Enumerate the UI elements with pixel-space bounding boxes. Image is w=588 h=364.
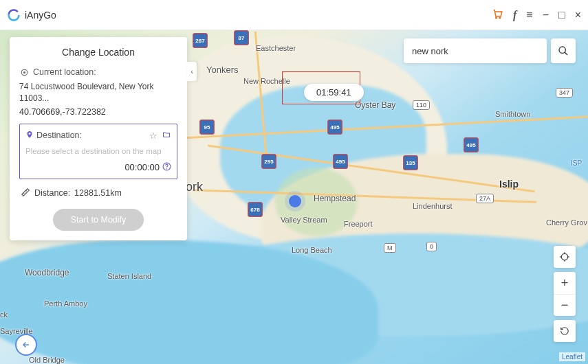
zoom-out-button[interactable]: − — [554, 294, 576, 316]
distance-value: 12881.51km — [74, 188, 122, 198]
reset-button[interactable] — [554, 320, 576, 342]
facebook-icon[interactable]: f — [513, 9, 516, 21]
app-title: iAnyGo — [25, 10, 56, 21]
svg-point-9 — [561, 253, 567, 260]
locate-icon — [559, 251, 570, 262]
side-panel: ‹ Change Location Current location: 74 L… — [10, 37, 187, 240]
svg-point-2 — [496, 17, 497, 19]
folder-icon[interactable] — [162, 130, 171, 141]
route-shield: 495 — [464, 137, 479, 152]
destination-label: Destination: — [36, 130, 82, 140]
destination-placeholder: Please select a destination on the map — [25, 147, 171, 155]
map-label: Smithtown — [495, 110, 530, 118]
svg-point-8 — [559, 47, 565, 53]
current-location-label: Current location: — [33, 67, 96, 77]
map-label: ISP — [571, 159, 582, 167]
favorite-icon[interactable]: ☆ — [149, 130, 157, 141]
panel-title: Change Location — [19, 47, 177, 58]
destination-time: 00:00:00 — [124, 162, 160, 172]
titlebar: iAnyGo f ≡ − □ × — [0, 0, 588, 30]
destination-box: Destination: ☆ Please select a destinati… — [19, 124, 177, 179]
locate-button[interactable] — [554, 246, 576, 268]
menu-icon[interactable]: ≡ — [526, 9, 532, 21]
help-icon[interactable] — [162, 162, 171, 173]
current-coordinates: 40.706669,-73.722382 — [19, 107, 177, 117]
svg-point-3 — [499, 17, 501, 19]
countdown-timer: 01:59:41 — [304, 84, 364, 101]
map-canvas[interactable]: Eastchester Yonkers New Rochelle Oyster … — [0, 30, 588, 364]
cart-icon[interactable] — [491, 8, 503, 23]
search-button[interactable] — [551, 38, 576, 63]
exit-badge: 347 — [556, 88, 573, 98]
pin-icon — [25, 130, 34, 141]
distance-label: Distance: — [34, 188, 70, 198]
current-address: 74 Locustwood Boulevard, New York 11003.… — [19, 81, 177, 104]
zoom-in-button[interactable]: + — [554, 272, 576, 294]
collapse-panel-button[interactable]: ‹ — [187, 62, 197, 81]
map-attribution[interactable]: Leaflet — [559, 352, 585, 361]
start-modify-button[interactable]: Start to Modify — [53, 209, 144, 231]
back-button[interactable] — [15, 334, 37, 356]
svg-point-7 — [166, 168, 167, 169]
minimize-icon[interactable]: − — [543, 9, 549, 21]
app-logo — [7, 8, 21, 22]
svg-point-5 — [23, 71, 25, 73]
route-shield: 287 — [193, 33, 208, 48]
search-input[interactable] — [404, 38, 547, 63]
current-location-dot — [289, 195, 301, 207]
close-icon[interactable]: × — [575, 9, 581, 21]
ruler-icon — [21, 187, 30, 199]
undo-icon — [560, 326, 569, 336]
target-icon — [19, 67, 29, 77]
maximize-icon[interactable]: □ — [558, 9, 565, 21]
search-icon — [558, 45, 569, 56]
arrow-left-icon — [21, 340, 31, 350]
